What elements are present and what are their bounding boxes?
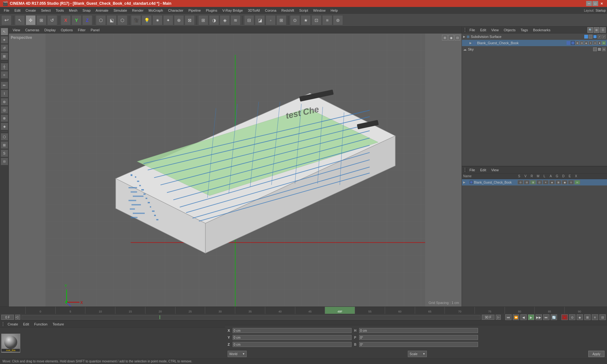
obj-manager-icon1[interactable]: ⊞ [594, 27, 599, 33]
tool-y-axis[interactable]: Y [71, 15, 82, 25]
tool-extra3[interactable]: ⊚ [333, 15, 343, 25]
tool-rotate[interactable]: ↺ [47, 15, 57, 25]
btn-autokey[interactable]: ⊙ [569, 314, 575, 320]
btn-opengl[interactable]: ⊞ [584, 314, 591, 320]
tool-extra2[interactable]: ≡ [322, 15, 332, 25]
attr-menu-edit[interactable]: Edit [478, 167, 489, 173]
obj-row-subdivision[interactable]: ▶ ⊞ Subdivision Surface ✓ ✓ [462, 33, 607, 40]
coord-b-input[interactable] [359, 342, 478, 347]
tool-z-axis[interactable]: Z [82, 15, 92, 25]
mat-menu-function[interactable]: Function [32, 322, 50, 327]
menu-mesh[interactable]: Mesh [66, 8, 80, 13]
menu-simulate[interactable]: Simulate [111, 8, 130, 13]
tool-nurbs[interactable]: ⊞ [198, 15, 208, 25]
viewport-menu-cameras[interactable]: Cameras [23, 27, 42, 33]
scale-dropdown[interactable]: Scale ▼ [408, 351, 427, 357]
close-button[interactable]: ✕ [599, 1, 604, 6]
btn-fps[interactable]: ≡ [592, 314, 598, 320]
title-bar-controls[interactable]: ─ □ ✕ [586, 1, 604, 6]
btn-skip-start[interactable]: ⏮ [505, 314, 512, 320]
tool-snap[interactable]: ⊙ [290, 15, 300, 25]
menu-tools[interactable]: Tools [53, 8, 66, 13]
obj-manager-icon2[interactable]: ☰ [600, 27, 606, 33]
frame-prev-btn[interactable]: ◁ [15, 315, 20, 320]
layout-value[interactable]: Startup [596, 9, 606, 12]
tool-light[interactable]: 💡 [142, 15, 152, 25]
left-tool-paint[interactable]: ⬡ [1, 133, 8, 141]
attr-cell-e[interactable]: ⊙ [568, 180, 574, 185]
left-tool-knife[interactable]: ⊚ [1, 98, 8, 106]
menu-animate[interactable]: Animate [93, 8, 111, 13]
coord-z-input[interactable] [233, 342, 352, 347]
menu-corona[interactable]: Corona [262, 8, 279, 13]
obj-menu-view[interactable]: View [489, 27, 501, 33]
mat-menu-edit[interactable]: Edit [21, 322, 32, 327]
attr-cell-m[interactable]: ⊡ [536, 180, 542, 185]
tool-dynamics[interactable]: ≋ [230, 15, 241, 25]
btn-next-key[interactable]: ⏭ [543, 314, 549, 320]
obj-sky-check[interactable] [593, 47, 597, 51]
mat-menu-create[interactable]: Create [5, 322, 21, 327]
left-tool-extra2[interactable]: ⊟ [1, 158, 8, 165]
material-swatch-0[interactable]: mat_Bla [1, 334, 20, 353]
obj-menu-file[interactable]: File [467, 27, 478, 33]
left-tool-measure[interactable]: ⊞ [1, 141, 8, 149]
tool-material[interactable]: ◉ [152, 15, 162, 25]
menu-edit[interactable]: Edit [12, 8, 23, 13]
left-tool-weld[interactable]: ◎ [1, 106, 8, 114]
menu-pipeline[interactable]: Pipeline [186, 8, 203, 13]
menu-3dtoall[interactable]: 3DToAll [245, 8, 262, 13]
obj-manager-search[interactable]: 🔍 [587, 27, 593, 33]
attr-cell-x[interactable]: H [574, 180, 580, 185]
tool-deform[interactable]: ⊕ [174, 15, 184, 25]
menu-script[interactable]: Script [297, 8, 310, 13]
btn-prev-key[interactable]: ⏪ [513, 314, 519, 320]
left-tool-extrude[interactable]: ◈ [1, 123, 8, 130]
menu-render[interactable]: Render [130, 8, 146, 13]
mat-menu-texture[interactable]: Texture [50, 322, 66, 327]
left-tool-draw[interactable]: ✏ [1, 82, 8, 89]
menu-help[interactable]: Help [328, 8, 340, 13]
btn-timeline-extra[interactable]: ⊟ [599, 314, 606, 320]
tool-camera[interactable]: 🎥 [131, 15, 141, 25]
coord-y-input[interactable] [233, 335, 352, 340]
menu-mograph[interactable]: MoGraph [146, 8, 166, 13]
btn-play[interactable]: ▶ [528, 314, 534, 320]
tool-extra1[interactable]: ⊡ [311, 15, 322, 25]
left-tool-rotate[interactable]: ↺ [1, 44, 8, 52]
current-frame-input[interactable] [1, 315, 14, 320]
menu-character[interactable]: Character [166, 8, 186, 13]
attr-cell-d[interactable]: ◉ [562, 180, 567, 185]
coord-x-input[interactable] [233, 328, 352, 333]
tool-generator[interactable]: ⊠ [185, 15, 195, 25]
attr-cell-r[interactable]: ⊞ [530, 180, 536, 185]
left-tool-scale[interactable]: ⊞ [1, 52, 8, 60]
attr-cell-l[interactable]: ≡ [543, 180, 549, 185]
attr-cell-g[interactable]: ⊠ [555, 180, 561, 185]
tool-select[interactable]: ↖ [15, 15, 25, 25]
attr-menu-file[interactable]: File [467, 167, 478, 173]
left-tool-select[interactable]: ↖ [1, 28, 8, 35]
tool-axis[interactable]: ★ [301, 15, 311, 25]
btn-next-frame[interactable]: ▶▶ [536, 314, 542, 320]
tool-sculpt[interactable]: ⊟ [244, 15, 254, 25]
menu-select[interactable]: Select [39, 8, 53, 13]
tool-object-mode[interactable]: ⬡ [96, 15, 106, 25]
left-tool-magnet[interactable]: ⌇ [1, 90, 8, 97]
coord-p-input[interactable] [359, 335, 478, 340]
obj-row-book[interactable]: ▶ ⊡ Blank_Guest_Check_Book ⊞ ⊟ ◈ ≡ ⊙ ★ H [462, 40, 607, 46]
left-tool-cursor[interactable]: ┼ [1, 63, 8, 70]
tool-poly[interactable]: ◪ [255, 15, 265, 25]
viewport-menu-options[interactable]: Options [58, 27, 75, 33]
obj-check-1[interactable] [584, 35, 588, 39]
btn-prev-frame[interactable]: ◀ [520, 314, 527, 320]
tool-hair[interactable]: ◈ [220, 15, 230, 25]
tool-edge[interactable]: ◦ [266, 15, 276, 25]
obj-menu-bookmarks[interactable]: Bookmarks [530, 27, 553, 33]
obj-menu-edit[interactable]: Edit [478, 27, 489, 33]
left-tool-live[interactable]: ⊙ [1, 71, 8, 79]
menu-redshift[interactable]: Redshift [279, 8, 297, 13]
tool-x-axis[interactable]: X [61, 15, 71, 25]
tool-point[interactable]: ⊞ [276, 15, 286, 25]
viewport-menu-display[interactable]: Display [42, 27, 58, 33]
